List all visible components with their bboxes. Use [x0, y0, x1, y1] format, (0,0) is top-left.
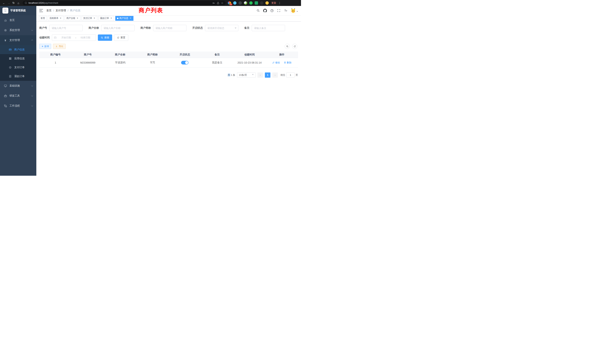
goto-label: 前往 [280, 73, 285, 77]
goto-page-input[interactable] [286, 73, 294, 78]
extension-icon-6[interactable] [255, 1, 258, 5]
export-button[interactable]: 导出 [53, 44, 66, 49]
date-range-picker[interactable]: 开始日期 - 结束日期 [52, 34, 96, 41]
reset-button[interactable]: 重置 [114, 34, 128, 41]
navbar-actions [256, 8, 298, 13]
short-name-input[interactable] [153, 25, 186, 31]
delete-link[interactable]: 删除 [284, 61, 291, 64]
page-1-button[interactable]: 1 [265, 73, 270, 78]
refresh-button[interactable] [292, 44, 297, 49]
filter-remark: 备注 [244, 25, 285, 31]
status-toggle[interactable] [181, 61, 189, 64]
sidebar-item-infra[interactable]: 基础设施 [0, 81, 36, 91]
cell-short-name: 芋艿 [136, 58, 169, 67]
payment-submenu: 商户信息 应用信息 支付订单 退款订单 [0, 45, 36, 81]
app-logo[interactable]: 芋道管理系统 [0, 6, 36, 15]
main-area: 首页 / 支付管理 / 商户信息 商户列表 [36, 6, 301, 182]
sidebar-item-devtools[interactable]: 研发工具 [0, 91, 36, 101]
sidebar-collapse-button[interactable] [39, 9, 43, 12]
sidebar-item-app-info[interactable]: 应用信息 [0, 54, 36, 63]
sidebar-item-label: 系统管理 [10, 29, 20, 32]
password-key-icon[interactable] [212, 2, 215, 4]
next-page-button[interactable]: › [272, 73, 278, 78]
breadcrumb-item[interactable]: 支付管理 [56, 9, 66, 12]
edit-link[interactable]: 修改 [272, 61, 280, 64]
reset-button-label: 重置 [120, 36, 125, 39]
profile-avatar-icon[interactable] [265, 1, 269, 5]
browser-update-button[interactable]: 更新 [271, 1, 276, 5]
browser-home-button[interactable]: ⌂ [16, 0, 21, 5]
page-content: 商户号 商户全称 商户简称 开启状态 [36, 21, 301, 78]
prev-page-button[interactable]: ‹ [258, 73, 263, 78]
filter-label: 商户简称 [140, 26, 151, 30]
status-select[interactable] [205, 25, 238, 31]
close-icon[interactable]: × [129, 17, 132, 20]
extension-icon-4[interactable] [244, 1, 247, 5]
github-icon[interactable] [263, 9, 267, 13]
chevron-down-icon [31, 29, 33, 31]
bookmark-star-icon[interactable]: ☆ [221, 1, 223, 4]
extension-icon-2[interactable] [233, 1, 236, 5]
remark-input[interactable] [252, 25, 285, 31]
extension-icon-5[interactable] [249, 1, 253, 5]
sidebar-item-workflow[interactable]: 工作流程 [0, 101, 36, 111]
sidebar-item-home[interactable]: 首页 [0, 15, 36, 25]
merchant-no-input[interactable] [49, 25, 83, 31]
page-size-select[interactable]: 10条/页 [237, 73, 256, 78]
fullscreen-icon[interactable] [277, 9, 281, 13]
filter-label: 商户号 [39, 26, 47, 30]
browser-back-button[interactable]: ← [1, 0, 6, 5]
close-icon[interactable]: × [59, 17, 62, 20]
tab-refund-order[interactable]: 退款订单× [98, 16, 114, 21]
close-icon[interactable]: × [93, 17, 96, 20]
share-icon[interactable] [217, 2, 219, 4]
breadcrumb-item[interactable]: 首页 [46, 9, 52, 12]
sidebar-item-pay-order[interactable]: 支付订单 [0, 63, 36, 72]
browser-forward-button[interactable]: → [6, 0, 11, 5]
address-bar[interactable]: ⓘ localhost:1024/pay/merchant ☆ [23, 1, 226, 5]
app-title: 芋道管理系统 [10, 9, 26, 12]
site-info-icon[interactable]: ⓘ [25, 1, 27, 5]
extension-icon-3[interactable] [238, 1, 242, 5]
tab-user-group[interactable]: 用户分组× [65, 16, 80, 21]
tab-process-form[interactable]: 流程表单× [48, 16, 64, 21]
column-header: 商户编号 [39, 52, 72, 58]
sidebar-item-label: 商户信息 [14, 48, 25, 51]
filter-row-2: 创建时间 开始日期 - 结束日期 搜索 重置 [39, 34, 298, 41]
status-select-input[interactable] [205, 25, 238, 31]
chevron-down-icon [235, 28, 236, 30]
table-row: 1 M233666999 芋道源码 芋艿 我是备注 2021-10-23 08:… [39, 58, 298, 67]
cell-merchant-id: 1 [39, 58, 72, 67]
user-avatar[interactable] [290, 8, 298, 13]
page-title-annotation: 商户列表 [139, 7, 163, 14]
filter-label: 开启状态 [192, 26, 203, 30]
full-name-input[interactable] [101, 25, 135, 31]
tab-pay-order[interactable]: 支付订单× [82, 16, 97, 21]
sidebar-item-refund-order[interactable]: 退款订单 [0, 72, 36, 81]
browser-reload-button[interactable]: ↻ [11, 0, 16, 5]
close-icon[interactable]: × [76, 17, 79, 20]
sidebar-item-payment[interactable]: ¥ 支付管理 [0, 35, 36, 45]
sidebar-item-system[interactable]: 系统管理 [0, 25, 36, 35]
column-header: 备注 [201, 52, 234, 58]
monitor-icon [4, 84, 7, 87]
close-icon[interactable]: × [110, 17, 112, 20]
extension-icon-7[interactable] [260, 1, 263, 5]
add-button[interactable]: + 新增 [39, 44, 51, 49]
sidebar-item-merchant-info[interactable]: 商户信息 [0, 45, 36, 54]
tab-merchant-info[interactable]: 商户信息× [115, 16, 133, 21]
help-icon[interactable] [270, 9, 274, 13]
toggle-search-button[interactable] [285, 44, 290, 49]
tab-home[interactable]: 首页 [39, 16, 47, 21]
dashboard-icon [4, 19, 7, 22]
sidebar-item-label: 基础设施 [10, 84, 20, 87]
extension-icon-1[interactable]: 10 [228, 1, 231, 5]
column-header: 商户号 [72, 52, 104, 58]
pagination-total: 共 1 条 [228, 73, 235, 77]
font-size-icon[interactable] [284, 9, 288, 13]
cell-status [169, 58, 201, 67]
search-button[interactable]: 搜索 [98, 34, 112, 41]
sidebar-item-label: 首页 [10, 19, 15, 22]
search-icon[interactable] [256, 9, 260, 13]
browser-menu-icon[interactable]: ⋮ [278, 1, 281, 4]
